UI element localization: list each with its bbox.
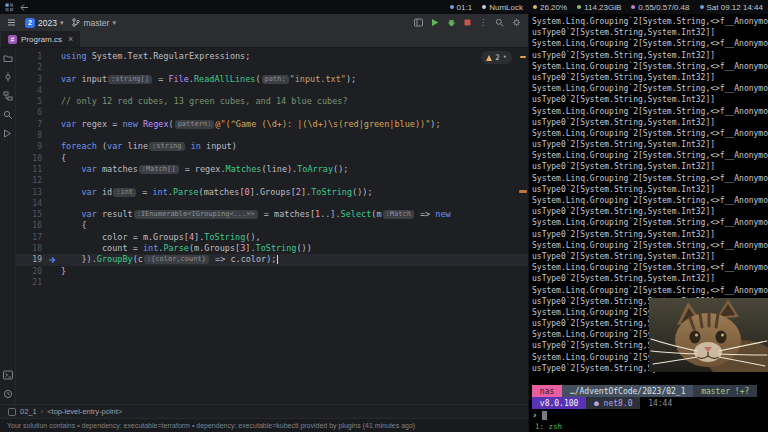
breadcrumb-project[interactable]: 02_1	[20, 407, 37, 416]
status-message: Your solution contains • dependency: exe…	[7, 422, 415, 429]
terminal-blank-line	[532, 374, 768, 385]
project-icon: 2	[25, 18, 35, 28]
terminal-line: System.Linq.Grouping`2[System.String,<>f…	[532, 195, 768, 206]
editor-scrollbar[interactable]	[518, 48, 528, 404]
terminal-line: usType0`2[System.String,System.Int32]]	[532, 117, 768, 128]
project-name: 2023	[38, 18, 57, 28]
code-line[interactable]: 2	[16, 62, 528, 73]
find-tool-icon[interactable]	[3, 110, 13, 120]
code-line[interactable]: 12	[16, 175, 528, 186]
workspace-icon[interactable]	[20, 3, 29, 12]
line-number: 14	[16, 198, 42, 209]
clock-tool-icon[interactable]	[3, 389, 13, 399]
line-number: 7	[16, 119, 42, 130]
terminal-line: usType0`2[System.String,System.Int32]]	[532, 72, 768, 83]
code-line[interactable]: 7var regex = new Regex(pattern:@"(^Game …	[16, 119, 528, 130]
terminal-line: System.Linq.Grouping`2[System.String,<>f…	[532, 61, 768, 72]
terminal-line: usType0`2[System.String,System.Int32]]	[532, 50, 768, 61]
terminal-line: usType0`2[System.String,System.Int32]]	[532, 184, 768, 195]
code-line[interactable]: 16 {	[16, 220, 528, 231]
terminal-line: usType0`2[System.String,System.Int32]]	[532, 206, 768, 217]
terminal-line: System.Linq.Grouping`2[System.String,<>f…	[532, 128, 768, 139]
code-line[interactable]: 11 var matches:Match[] = regex.Matches(l…	[16, 164, 528, 175]
system-stat: 114.23GiB	[577, 3, 621, 12]
prompt-segment: 14:44	[640, 397, 680, 409]
line-number: 3	[16, 74, 42, 85]
terminal-window[interactable]: System.Linq.Grouping`2[System.String,<>f…	[528, 14, 768, 432]
tmux-status-bar: 1: zsh	[529, 421, 768, 432]
system-menu-icon[interactable]	[5, 3, 14, 12]
terminal-tool-icon[interactable]	[3, 370, 13, 380]
tab-label: Program.cs	[21, 35, 62, 44]
screen: 01:1NumLock26.20%114.23GiB0.55/0.57/0.48…	[0, 0, 768, 432]
inspections-widget[interactable]: 2 ▾	[481, 51, 512, 64]
prompt-input-row[interactable]: ›	[532, 409, 768, 421]
settings-gear-icon[interactable]	[512, 18, 521, 27]
line-number: 11	[16, 164, 42, 175]
code-line[interactable]: 17 color = m.Groups[4].ToString(),	[16, 232, 528, 243]
code-line[interactable]: 1using System.Text.RegularExpressions;	[16, 51, 528, 62]
terminal-line: System.Linq.Grouping`2[System.String,<>f…	[532, 173, 768, 184]
line-number: 15	[16, 209, 42, 220]
stat-icon	[700, 5, 704, 9]
code-line[interactable]: 6	[16, 107, 528, 118]
code-line[interactable]: 4	[16, 85, 528, 96]
warning-stripe-mark	[520, 56, 526, 58]
code-line[interactable]: 9foreach (var line:string in input)	[16, 141, 528, 152]
terminal-line: usType0`2[System.String,System.Int32]]	[532, 273, 768, 284]
more-actions-icon[interactable]: ⋮	[479, 19, 487, 27]
stat-icon	[631, 5, 635, 9]
ide-title-bar: 2 2023 ▾ master ▾	[0, 14, 528, 31]
cat-photo	[649, 298, 768, 372]
menu-icon[interactable]	[7, 18, 16, 27]
chevron-down-icon: ▾	[503, 54, 507, 61]
code-line[interactable]: 5// only 12 red cubes, 13 green cubes, a…	[16, 96, 528, 107]
tab-program-cs[interactable]: # Program.cs ×	[1, 31, 80, 47]
structure-tool-icon[interactable]	[3, 91, 13, 101]
chevron-down-icon: ▾	[112, 19, 116, 26]
system-status-bar: 01:1NumLock26.20%114.23GiB0.55/0.57/0.48…	[0, 0, 768, 14]
line-number: 1	[16, 51, 42, 62]
services-tool-icon[interactable]	[3, 129, 12, 138]
line-number: 4	[16, 85, 42, 96]
layout-icon[interactable]	[414, 18, 423, 27]
run-button[interactable]	[431, 18, 439, 27]
code-line[interactable]: 21	[16, 277, 528, 288]
terminal-line: usType0`2[System.String,System.Int32]]	[532, 161, 768, 172]
code-line[interactable]: 10{	[16, 153, 528, 164]
breadcrumb-entry-point[interactable]: <top-level-entry-point>	[47, 407, 122, 416]
line-number: 17	[16, 232, 42, 243]
code-editor[interactable]: 1using System.Text.RegularExpressions;23…	[16, 48, 528, 404]
code-line[interactable]: 15 var result:IEnumerable<IGrouping<...>…	[16, 209, 528, 220]
error-stripe-mark	[519, 190, 527, 193]
branch-selector[interactable]: master ▾	[72, 18, 116, 28]
line-number: 21	[16, 277, 42, 288]
close-tab-icon[interactable]: ×	[68, 34, 73, 44]
project-tool-icon[interactable]	[3, 53, 13, 63]
warning-count: 2	[495, 52, 500, 63]
caret-line-marker-icon	[42, 256, 61, 264]
terminal-line: usType0`2[System.String,System.Int32]]	[532, 251, 768, 262]
code-line[interactable]: 20}	[16, 266, 528, 277]
project-selector[interactable]: 2 2023 ▾	[25, 18, 63, 28]
code-line[interactable]: 14	[16, 198, 528, 209]
line-number: 5	[16, 96, 42, 107]
terminal-line: usType0`2[System.String,System.Int32]]	[532, 229, 768, 240]
title-bar-actions: ⋮	[414, 18, 521, 27]
system-stat: 0.55/0.57/0.48	[631, 3, 689, 12]
prompt-segment: nas	[532, 385, 562, 397]
code-line[interactable]: 8	[16, 130, 528, 141]
code-line[interactable]: 3var input:string[] = File.ReadAllLines(…	[16, 74, 528, 85]
code-line[interactable]: 19 }).GroupBy(c:{color,count} => c.color…	[16, 254, 528, 265]
terminal-cursor	[542, 411, 547, 420]
search-icon[interactable]	[495, 18, 504, 27]
prompt-segment: master !+?	[693, 385, 757, 397]
line-number: 9	[16, 141, 42, 152]
terminal-line: System.Linq.Grouping`2[System.String,<>f…	[532, 38, 768, 49]
commit-tool-icon[interactable]	[3, 72, 13, 82]
code-line[interactable]: 18 count = int.Parse(m.Groups[3].ToStrin…	[16, 243, 528, 254]
debug-button[interactable]	[447, 18, 456, 27]
stop-button[interactable]	[464, 19, 471, 26]
code-line[interactable]: 13 var id:int = int.Parse(matches[0].Gro…	[16, 187, 528, 198]
prompt-segment: v8.0.100	[532, 397, 586, 409]
